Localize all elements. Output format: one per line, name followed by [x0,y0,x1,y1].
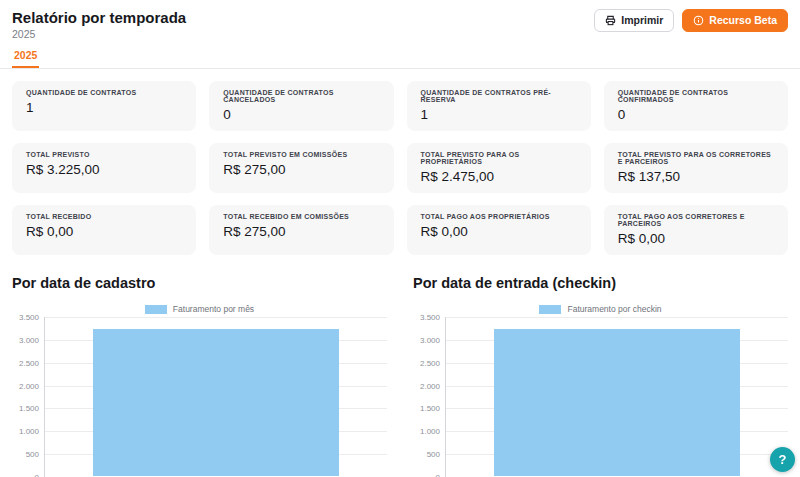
y-tick-label: 3.000 [19,335,39,344]
stat-value: R$ 0,00 [26,224,182,239]
info-icon [693,15,704,26]
y-tick-label: 3.500 [19,313,39,322]
stat-card: TOTAL PREVISTO PARA OS CORRETORES E PARC… [604,143,788,193]
print-button-label: Imprimir [621,15,663,26]
stat-card: QUANTIDADE DE CONTRATOS PRÉ-RESERVA1 [407,81,591,131]
legend-swatch [539,305,561,314]
y-tick-label: 0 [35,473,39,477]
stat-label: TOTAL PAGO AOS CORRETORES E PARCEIROS [618,213,774,227]
stat-card: QUANTIDADE DE CONTRATOS CONFIRMADOS0 [604,81,788,131]
stat-label: TOTAL RECEBIDO EM COMISSÕES [223,213,379,220]
stat-card: TOTAL PREVISTO EM COMISSÕESR$ 275,00 [209,143,393,193]
chart-title: Por data de cadastro [12,275,387,291]
stat-label: TOTAL PAGO AOS PROPRIETÁRIOS [421,213,577,220]
stat-label: TOTAL PREVISTO PARA OS CORRETORES E PARC… [618,151,774,165]
bar[interactable] [494,329,740,476]
legend-label: Faturamento por checkin [567,304,661,314]
stat-label: TOTAL PREVISTO PARA OS PROPRIETÁRIOS [421,151,577,165]
stats-grid: QUANTIDADE DE CONTRATOS1QUANTIDADE DE CO… [12,81,788,255]
header-actions: Imprimir Recurso Beta [594,9,788,32]
stat-value: R$ 0,00 [421,224,577,239]
bar-chart: 3.5003.0002.5002.0001.5001.0005000 [12,317,387,477]
stat-label: TOTAL PREVISTO EM COMISSÕES [223,151,379,158]
stat-label: QUANTIDADE DE CONTRATOS [26,89,182,96]
stat-label: QUANTIDADE DE CONTRATOS CANCELADOS [223,89,379,103]
y-tick-label: 3.000 [420,335,440,344]
stat-card: TOTAL PREVISTOR$ 3.225,00 [12,143,196,193]
legend-label: Faturamento por mês [173,304,254,314]
stat-value: R$ 275,00 [223,224,379,239]
stat-card: TOTAL RECEBIDOR$ 0,00 [12,205,196,255]
stat-label: TOTAL RECEBIDO [26,213,182,220]
stat-value: 1 [421,107,577,122]
tab-2025[interactable]: 2025 [12,49,39,68]
y-tick-label: 1.000 [420,427,440,436]
beta-button-label: Recurso Beta [709,15,777,26]
stat-label: QUANTIDADE DE CONTRATOS PRÉ-RESERVA [421,89,577,103]
chart-legend: Faturamento por checkin [413,304,788,314]
y-axis: 3.5003.0002.5002.0001.5001.0005000 [413,317,445,477]
y-tick-label: 1.000 [19,427,39,436]
y-tick-label: 2.500 [19,358,39,367]
stat-card: QUANTIDADE DE CONTRATOS CANCELADOS0 [209,81,393,131]
stat-card: TOTAL RECEBIDO EM COMISSÕESR$ 275,00 [209,205,393,255]
stat-value: R$ 2.475,00 [421,169,577,184]
y-tick-label: 500 [427,450,440,459]
y-tick-label: 0 [436,473,440,477]
stat-value: 1 [26,100,182,115]
chart-legend: Faturamento por mês [12,304,387,314]
stat-card: QUANTIDADE DE CONTRATOS1 [12,81,196,131]
stat-value: R$ 275,00 [223,162,379,177]
y-tick-label: 2.000 [19,381,39,390]
plot-area [44,317,387,477]
chart-title: Por data de entrada (checkin) [413,275,788,291]
stat-label: TOTAL PREVISTO [26,151,182,158]
charts-area: Por data de cadastro Faturamento por mês… [12,275,788,477]
printer-icon [605,15,616,26]
y-tick-label: 500 [26,450,39,459]
beta-button[interactable]: Recurso Beta [682,9,788,32]
gridline [446,317,788,318]
stat-card: TOTAL PAGO AOS CORRETORES E PARCEIROSR$ … [604,205,788,255]
y-tick-label: 3.500 [420,313,440,322]
y-tick-label: 1.500 [420,404,440,413]
stat-value: R$ 0,00 [618,231,774,246]
plot-area [445,317,788,477]
bar-chart: 3.5003.0002.5002.0001.5001.0005000 [413,317,788,477]
stat-label: QUANTIDADE DE CONTRATOS CONFIRMADOS [618,89,774,103]
page-header: Relatório por temporada 2025 2025 Imprim… [0,0,800,69]
stat-value: 0 [223,107,379,122]
help-button[interactable]: ? [770,447,795,472]
legend-swatch [145,305,167,314]
gridline [45,317,387,318]
y-axis: 3.5003.0002.5002.0001.5001.0005000 [12,317,44,477]
stat-card: TOTAL PAGO AOS PROPRIETÁRIOSR$ 0,00 [407,205,591,255]
y-tick-label: 2.500 [420,358,440,367]
stat-value: 0 [618,107,774,122]
y-tick-label: 2.000 [420,381,440,390]
chart-section-cadastro: Por data de cadastro Faturamento por mês… [12,275,387,477]
y-tick-label: 1.500 [19,404,39,413]
stat-value: R$ 137,50 [618,169,774,184]
print-button[interactable]: Imprimir [594,9,674,32]
stat-card: TOTAL PREVISTO PARA OS PROPRIETÁRIOSR$ 2… [407,143,591,193]
chart-section-checkin: Por data de entrada (checkin) Faturament… [413,275,788,477]
tab-bar: 2025 [12,45,788,68]
stat-value: R$ 3.225,00 [26,162,182,177]
bar[interactable] [93,329,339,476]
